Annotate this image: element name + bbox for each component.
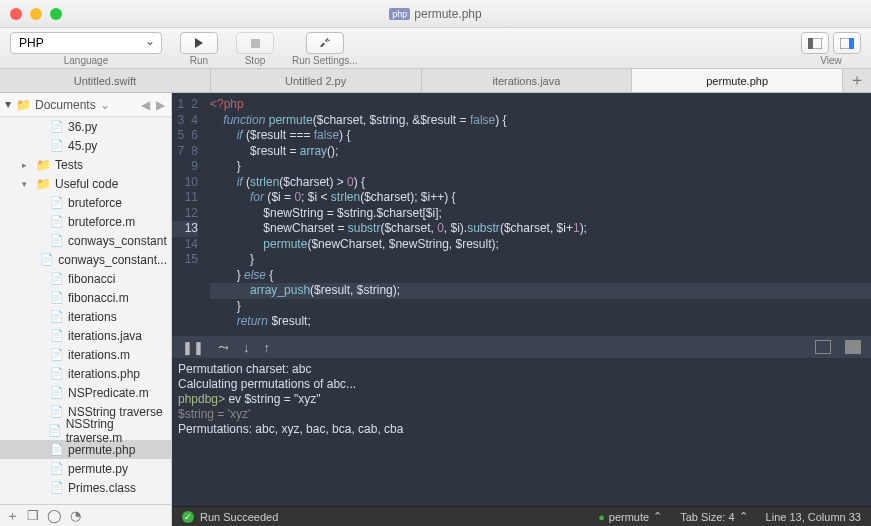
code-line[interactable]: permute($newCharset, $newString, $result… <box>210 237 871 253</box>
console-panel-left-icon[interactable] <box>815 340 831 354</box>
file-icon: 📄 <box>50 443 64 456</box>
svg-rect-4 <box>849 38 854 49</box>
file-icon: 📄 <box>50 386 64 399</box>
code-line[interactable]: } <box>210 252 871 268</box>
file-icon: 📄 <box>50 348 64 361</box>
nav-forward-icon[interactable]: ▶ <box>156 98 165 112</box>
console-panel-right-icon[interactable] <box>845 340 861 354</box>
nav-back-icon[interactable]: ◀ <box>141 98 150 112</box>
file-sidebar: ▸ 📁 Documents ⌄ ◀ ▶ 📄36.py📄45.py▸📁Tests▾… <box>0 93 172 526</box>
zoom-window-button[interactable] <box>50 8 62 20</box>
code-line[interactable]: array_push($result, $string); <box>210 283 871 299</box>
code-line[interactable]: $result = array(); <box>210 144 871 160</box>
sidebar-item[interactable]: 📄conways_constant <box>0 231 171 250</box>
svg-rect-0 <box>251 39 260 48</box>
sidebar-item[interactable]: 📄iterations.m <box>0 345 171 364</box>
new-folder-icon[interactable]: ❒ <box>27 508 39 523</box>
code-line[interactable]: if (strlen($charset) > 0) { <box>210 175 871 191</box>
stop-button[interactable] <box>236 32 274 54</box>
code-body[interactable]: <?php function permute($charset, $string… <box>204 93 871 336</box>
sidebar-item-label: Useful code <box>55 177 118 191</box>
tab-size[interactable]: Tab Size: 4 ⌃ <box>680 510 747 523</box>
code-line[interactable]: } else { <box>210 268 871 284</box>
code-editor[interactable]: 1 2 3 4 5 6 7 8 9 10 11 12 13 14 15 <?ph… <box>172 93 871 336</box>
sidebar-item[interactable]: 📄iterations.php <box>0 364 171 383</box>
git-branch[interactable]: ● permute ⌃ <box>598 510 662 523</box>
debug-pause-icon[interactable]: ❚❚ <box>182 340 204 355</box>
code-line[interactable]: if ($result === false) { <box>210 128 871 144</box>
code-line[interactable]: return $result; <box>210 314 871 330</box>
sidebar-item[interactable]: 📄NSString traverse.m <box>0 421 171 440</box>
debug-step-over-icon[interactable]: ⤳ <box>218 340 229 355</box>
minimize-window-button[interactable] <box>30 8 42 20</box>
sidebar-item[interactable]: ▸📁Tests <box>0 155 171 174</box>
file-icon: 📄 <box>50 310 64 323</box>
line-number: 12 <box>185 206 198 220</box>
git-clean-icon: ● <box>598 511 605 523</box>
file-icon: 📄 <box>40 253 54 266</box>
traffic-lights <box>10 8 62 20</box>
sidebar-item-label: conways_constant <box>68 234 167 248</box>
folder-disclose-icon: ▸ <box>2 102 16 108</box>
sidebar-item[interactable]: 📄fibonacci.m <box>0 288 171 307</box>
sidebar-item[interactable]: 📄Primes.class <box>0 478 171 497</box>
file-icon: 📄 <box>50 120 64 133</box>
line-number: 14 <box>185 237 198 251</box>
code-line[interactable]: } <box>210 159 871 175</box>
tab-untitled-swift[interactable]: Untitled.swift <box>0 69 211 92</box>
file-icon: 📄 <box>50 462 64 475</box>
line-number: 5 <box>177 128 184 142</box>
sidebar-item[interactable]: 📄iterations.java <box>0 326 171 345</box>
tab-untitled-2-py[interactable]: Untitled 2.py <box>211 69 422 92</box>
code-line[interactable]: } <box>210 299 871 315</box>
window-title-text: permute.php <box>414 7 481 21</box>
sidebar-item[interactable]: 📄iterations <box>0 307 171 326</box>
sidebar-item[interactable]: 📄fibonacci <box>0 269 171 288</box>
code-line[interactable]: <?php <box>210 97 871 113</box>
debug-step-in-icon[interactable]: ↓ <box>243 340 250 355</box>
sidebar-header[interactable]: ▸ 📁 Documents ⌄ ◀ ▶ <box>0 93 171 117</box>
tab-iterations-java[interactable]: iterations.java <box>422 69 633 92</box>
debug-step-out-icon[interactable]: ↑ <box>264 340 271 355</box>
folder-disclose-icon[interactable]: ▾ <box>22 179 32 189</box>
sidebar-item[interactable]: 📄conways_constant... <box>0 250 171 269</box>
sidebar-item[interactable]: 📄bruteforce <box>0 193 171 212</box>
sidebar-item[interactable]: 📄permute.py <box>0 459 171 478</box>
line-number: 2 <box>191 97 198 111</box>
code-line[interactable]: function permute($charset, $string, &$re… <box>210 113 871 129</box>
run-status: ✓ Run Succeeded <box>182 511 278 523</box>
new-tab-button[interactable]: ＋ <box>843 69 871 92</box>
activity-icon[interactable]: ◔ <box>70 508 81 523</box>
file-icon: 📄 <box>50 291 64 304</box>
folder-disclose-icon[interactable]: ▸ <box>22 160 32 170</box>
run-settings-button[interactable] <box>306 32 344 54</box>
file-icon: 📄 <box>48 424 62 437</box>
sidebar-item[interactable]: ▾📁Useful code <box>0 174 171 193</box>
new-file-icon[interactable]: ＋ <box>6 507 19 525</box>
sidebar-item[interactable]: 📄NSPredicate.m <box>0 383 171 402</box>
sidebar-item[interactable]: 📄bruteforce.m <box>0 212 171 231</box>
code-line[interactable]: $newString = $string.$charset[$i]; <box>210 206 871 222</box>
tag-icon[interactable]: ◯ <box>47 508 62 523</box>
sidebar-item[interactable]: 📄45.py <box>0 136 171 155</box>
code-line[interactable]: for ($i = 0; $i < strlen($charset); $i++… <box>210 190 871 206</box>
editor-pane: 1 2 3 4 5 6 7 8 9 10 11 12 13 14 15 <?ph… <box>172 93 871 526</box>
code-line[interactable]: $newCharset = substr($charset, 0, $i).su… <box>210 221 871 237</box>
sidebar-item[interactable]: 📄36.py <box>0 117 171 136</box>
console-line: phpdbg> ev $string = "xyz" <box>178 392 865 407</box>
folder-dropdown-icon[interactable]: ⌄ <box>100 98 110 112</box>
debug-console[interactable]: Permutation charset: abcCalculating perm… <box>172 358 871 506</box>
view-right-panel-button[interactable] <box>833 32 861 54</box>
file-icon: 📄 <box>50 215 64 228</box>
close-window-button[interactable] <box>10 8 22 20</box>
sidebar-item-label: conways_constant... <box>58 253 167 267</box>
run-button[interactable] <box>180 32 218 54</box>
run-settings-label: Run Settings... <box>292 55 358 66</box>
language-select[interactable]: PHP <box>10 32 162 54</box>
view-left-panel-button[interactable] <box>801 32 829 54</box>
sidebar-item-label: Tests <box>55 158 83 172</box>
tab-permute-php[interactable]: permute.php <box>632 69 843 92</box>
sidebar-item-label: NSString traverse.m <box>66 417 167 445</box>
line-gutter: 1 2 3 4 5 6 7 8 9 10 11 12 13 14 15 <box>172 93 204 336</box>
sidebar-tree[interactable]: 📄36.py📄45.py▸📁Tests▾📁Useful code📄brutefo… <box>0 117 171 504</box>
